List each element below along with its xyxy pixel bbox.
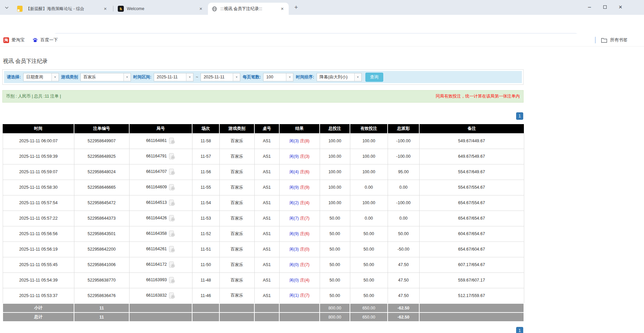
cell-total-bet[interactable]: 100.00: [320, 164, 350, 180]
cell-session: 11-56: [192, 164, 219, 180]
game-type-label: 游戏类别: [61, 74, 78, 80]
cell-table-no: AS1: [254, 272, 279, 288]
cell-total-bet[interactable]: 100.00: [320, 180, 350, 195]
tab-search-chevron-icon[interactable]: [3, 4, 10, 11]
game-video-icon[interactable]: [169, 277, 175, 284]
cell-total-bet[interactable]: 100.00: [320, 133, 350, 149]
game-video-icon[interactable]: [169, 246, 175, 253]
cell-game-type: 百家乐: [219, 180, 254, 195]
game-video-icon[interactable]: [169, 169, 175, 175]
tab-welcome[interactable]: ♞ Welcome ×: [114, 3, 207, 15]
player-result: 闲(0): [289, 262, 299, 267]
header-result: 结果: [279, 124, 320, 133]
pagination-page-1-top[interactable]: 1: [516, 112, 523, 120]
window-minimize-button[interactable]: –: [582, 0, 597, 14]
filter-bar: 请选择: 日期查询 ▼ 游戏类别 百家乐 ▼ 时间区间: 2025-11-11 …: [4, 71, 522, 83]
bookmarks-separator: [595, 37, 596, 43]
cell-payout: 0.00: [388, 180, 419, 195]
banker-result: 庄(0): [300, 247, 310, 252]
per-page-select[interactable]: 100 ▼: [263, 73, 293, 81]
chevron-down-icon[interactable]: ▼: [123, 73, 131, 81]
cell-time: 2025-11-11 05:57:54: [3, 195, 74, 211]
table-row: 2025-11-11 05:57:54 522958645472 6611645…: [3, 195, 524, 211]
cell-total-bet[interactable]: 100.00: [320, 149, 350, 164]
header-valid-bet: 有效投注: [350, 124, 388, 133]
tab-close-icon[interactable]: ×: [102, 6, 108, 12]
player-result: 闲(9): [289, 185, 299, 190]
game-video-icon[interactable]: [169, 292, 175, 299]
player-result: 闲(7): [289, 216, 299, 221]
table-row: 2025-11-11 05:59:07 522958648024 6611647…: [3, 164, 524, 180]
tab-title: 【新提醒】海燕策略论坛 - 综合: [26, 6, 100, 12]
pagination-page-1-bottom[interactable]: 1: [516, 327, 523, 333]
cell-time: 2025-11-11 05:55:45: [3, 257, 74, 272]
cell-total-bet[interactable]: 50.00: [320, 211, 350, 226]
header-round-no: 局号: [129, 124, 192, 133]
cell-valid-bet: 100.00: [350, 133, 388, 149]
cell-total-bet[interactable]: 50.00: [320, 272, 350, 288]
game-video-icon[interactable]: [169, 261, 175, 268]
header-payout: 总派彩: [388, 124, 419, 133]
cell-total-bet[interactable]: 50.00: [320, 226, 350, 242]
new-tab-button[interactable]: +: [292, 3, 300, 11]
date-from-select[interactable]: 2025-11-11 ▼: [154, 73, 193, 81]
table-body: 2025-11-11 06:00:07 522958649907 6611648…: [3, 133, 524, 303]
cell-payout: 47.50: [388, 257, 419, 272]
all-bookmarks-button[interactable]: 所有书签: [601, 36, 628, 44]
cell-valid-bet: 100.00: [350, 164, 388, 180]
header-bet-no: 注单编号: [74, 124, 129, 133]
chevron-down-icon[interactable]: ▼: [354, 73, 361, 81]
cell-time: 2025-11-11 05:57:22: [3, 211, 74, 226]
game-video-icon[interactable]: [169, 184, 175, 191]
table-row: 2025-11-11 05:56:19 522958642200 6611642…: [3, 242, 524, 257]
cell-bet-no: 522958641006: [74, 257, 129, 272]
tab-close-icon[interactable]: ×: [198, 6, 204, 12]
tab-close-icon[interactable]: ×: [279, 6, 285, 12]
cell-note: 554.67/649.67: [419, 164, 524, 180]
cell-session: 11-54: [192, 195, 219, 211]
game-video-icon[interactable]: [169, 215, 175, 222]
query-mode-select[interactable]: 日期查询 ▼: [23, 73, 59, 81]
game-video-icon[interactable]: [169, 230, 175, 237]
chevron-down-icon[interactable]: ▼: [186, 73, 193, 81]
table-row: 2025-11-11 05:58:30 522958646665 6611646…: [3, 180, 524, 195]
chevron-down-icon[interactable]: ▼: [286, 73, 293, 81]
table-row: 2025-11-11 06:00:07 522958649907 6611648…: [3, 133, 524, 149]
tab-forum[interactable]: 【新提醒】海燕策略论坛 - 综合 ×: [13, 3, 112, 15]
date-to-select[interactable]: 2025-11-11 ▼: [201, 73, 240, 81]
cell-total-bet[interactable]: 50.00: [320, 288, 350, 303]
cell-payout: -100.00: [388, 149, 419, 164]
window-maximize-button[interactable]: [597, 0, 613, 14]
bookmark-baidu[interactable]: 百度一下: [32, 36, 58, 44]
bookmarks-bar: 淘 爱淘宝 百度一下 所有书签: [0, 34, 644, 46]
cell-valid-bet: 50.00: [350, 226, 388, 242]
cell-note: 549.67/449.67: [419, 133, 524, 149]
cell-payout: -100.00: [388, 195, 419, 211]
window-close-button[interactable]: ×: [613, 0, 628, 14]
cell-payout: 47.50: [388, 288, 419, 303]
cell-total-bet[interactable]: 100.00: [320, 195, 350, 211]
bookmark-taobao[interactable]: 淘 爱淘宝: [3, 36, 25, 44]
cell-round-no: 661164609: [129, 180, 192, 195]
chevron-down-icon[interactable]: ▼: [233, 73, 240, 81]
search-button[interactable]: 查询: [365, 73, 383, 82]
tab-betrecord-active[interactable]: :::视讯 会员下注纪录::: ×: [208, 3, 289, 15]
cell-total-bet[interactable]: 50.00: [320, 257, 350, 272]
game-video-icon[interactable]: [169, 138, 175, 144]
cell-time: 2025-11-11 05:54:39: [3, 272, 74, 288]
tab-title: :::视讯 会员下注纪录:::: [220, 6, 277, 12]
cell-game-type: 百家乐: [219, 195, 254, 211]
chevron-down-icon[interactable]: ▼: [51, 73, 59, 81]
cell-result: 闲(0)庄(7): [279, 257, 320, 272]
table-row: 2025-11-11 05:56:56 522958643501 6611643…: [3, 226, 524, 242]
sort-order-select[interactable]: 降幕(由大到小) ▼: [317, 73, 362, 81]
banker-result: 庄(6): [300, 170, 310, 174]
game-type-select[interactable]: 百家乐 ▼: [80, 73, 131, 81]
game-video-icon[interactable]: [169, 153, 175, 160]
game-video-icon[interactable]: [169, 199, 175, 206]
cell-total-bet[interactable]: 50.00: [320, 242, 350, 257]
cell-note: 649.67/549.67: [419, 149, 524, 164]
cell-result: 闲(9)庄(3): [279, 149, 320, 164]
cell-time: 2025-11-11 05:58:30: [3, 180, 74, 195]
cell-bet-no: 522958649907: [74, 133, 129, 149]
